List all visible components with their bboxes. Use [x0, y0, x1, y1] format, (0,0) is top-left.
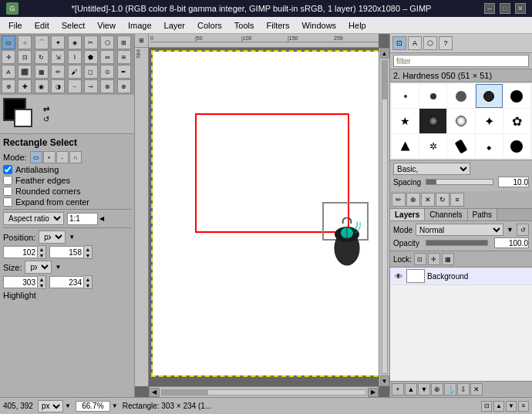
tool-rotate[interactable]: ↻ — [35, 50, 49, 64]
new-layer-button[interactable]: + — [392, 383, 404, 395]
swap-colors-icon[interactable]: ⇄ — [43, 105, 49, 113]
tool-free-select[interactable]: ⌒ — [35, 35, 49, 49]
tool-bucket-fill[interactable]: ⬛ — [18, 65, 32, 79]
unit-select[interactable]: px — [38, 400, 63, 412]
aspect-ratio-input[interactable] — [67, 213, 98, 225]
tab-paths[interactable]: Paths — [468, 209, 498, 220]
tool-flip[interactable]: ⇔ — [100, 50, 114, 64]
panel-tool-edit[interactable]: ✏ — [392, 193, 406, 207]
position-x-input[interactable] — [3, 246, 38, 258]
mode-subtract[interactable]: - — [56, 151, 69, 163]
tool-text[interactable]: A — [2, 65, 15, 79]
tool-clone[interactable]: ⊕ — [2, 79, 15, 93]
brush-cell-12[interactable]: ✲ — [419, 134, 446, 158]
lock-pixels-icon[interactable]: ⊡ — [414, 253, 426, 265]
tool-warp[interactable]: ≋ — [117, 50, 131, 64]
menu-tools[interactable]: Tools — [229, 19, 260, 32]
position-y-up[interactable]: ▲ — [84, 246, 92, 252]
brush-cell-14[interactable]: ⬥ — [476, 134, 503, 158]
position-x-up[interactable]: ▲ — [38, 246, 45, 252]
hscroll-track[interactable] — [161, 389, 366, 395]
size-unit[interactable]: px — [25, 261, 52, 274]
menu-help[interactable]: Help — [343, 19, 372, 32]
brush-cell-8[interactable] — [447, 109, 474, 133]
tool-heal[interactable]: ✚ — [18, 79, 32, 93]
vscroll-track[interactable] — [382, 60, 388, 374]
status-icon-3[interactable]: ▼ — [506, 401, 517, 412]
tool-zoom[interactable]: ⊕ — [117, 79, 131, 93]
vscroll-up[interactable]: ▲ — [380, 48, 389, 59]
tool-colorpicker[interactable]: ⊗ — [100, 79, 114, 93]
brush-cell-2[interactable] — [419, 84, 446, 108]
tool-blur[interactable]: ◉ — [35, 79, 49, 93]
spacing-input[interactable] — [498, 177, 529, 187]
tool-dodge[interactable]: ◑ — [51, 79, 65, 93]
tool-foreground-select[interactable]: ⬡ — [100, 35, 114, 49]
lower-layer-button[interactable]: ▼ — [418, 383, 430, 395]
tool-scale[interactable]: ⇲ — [51, 50, 65, 64]
opacity-input[interactable] — [494, 237, 529, 248]
size-h-input[interactable] — [49, 276, 84, 288]
brush-cell-15[interactable] — [503, 134, 530, 158]
mode-add[interactable]: + — [43, 151, 56, 163]
duplicate-layer-button[interactable]: ⊕ — [431, 383, 443, 395]
tool-airbrush[interactable]: ⊙ — [100, 65, 114, 79]
minimize-button[interactable]: – — [484, 3, 495, 14]
menu-colors[interactable]: Colors — [192, 19, 227, 32]
fixed-select[interactable]: Fixed Aspect ratio Size — [3, 212, 64, 225]
canvas-area[interactable]: 0 |50 |100 |150 259 Info ⊞ — [135, 34, 389, 397]
anchor-layer-button[interactable]: ⚓ — [444, 383, 456, 395]
raise-layer-button[interactable]: ▲ — [405, 383, 417, 395]
size-w-up[interactable]: ▲ — [38, 276, 45, 282]
mode-intersect[interactable]: ∩ — [69, 151, 82, 163]
position-unit-arrow[interactable]: ▼ — [69, 234, 75, 241]
size-unit-arrow[interactable]: ▼ — [55, 264, 61, 271]
layer-visibility-eye[interactable]: 👁 — [393, 271, 404, 281]
tool-shear[interactable]: ⌇ — [68, 50, 82, 64]
layer-item[interactable]: 👁 Background — [390, 268, 532, 285]
menu-select[interactable]: Select — [56, 19, 91, 32]
tool-gradient[interactable]: ▦ — [35, 65, 49, 79]
brush-cell-7[interactable] — [419, 109, 446, 133]
hscroll-left[interactable]: ◀ — [149, 388, 160, 397]
reset-mode-icon[interactable]: ↺ — [517, 224, 529, 236]
menu-edit[interactable]: Edit — [29, 19, 55, 32]
tool-crop[interactable]: ⊡ — [18, 50, 32, 64]
opacity-slider[interactable] — [426, 240, 488, 246]
tool-measure[interactable]: ⊸ — [84, 79, 98, 93]
brush-cell-5[interactable] — [503, 84, 530, 108]
vscrollbar[interactable]: ▲ ▼ — [379, 48, 389, 386]
layer-mode-select[interactable]: Normal — [416, 224, 503, 236]
position-y-down[interactable]: ▼ — [84, 252, 92, 258]
status-icon-1[interactable]: ⊡ — [481, 401, 492, 412]
panel-icon-patterns[interactable]: ⬡ — [423, 36, 437, 50]
panel-icon-images[interactable]: ⊡ — [392, 36, 406, 50]
lock-alpha-icon[interactable]: ▦ — [442, 253, 454, 265]
brush-cell-11[interactable] — [392, 134, 419, 158]
tool-move[interactable]: ✛ — [2, 50, 15, 64]
brush-cell-13[interactable] — [447, 134, 474, 158]
tool-pencil[interactable]: ✏ — [51, 65, 65, 79]
menu-view[interactable]: View — [92, 19, 121, 32]
panel-tool-duplicate[interactable]: ⊕ — [406, 193, 420, 207]
lock-position-icon[interactable]: ✛ — [428, 253, 440, 265]
tool-ink[interactable]: ✒ — [117, 65, 131, 79]
panel-icon-brushes[interactable]: A — [408, 36, 422, 50]
tool-rect-select[interactable]: ▭ — [2, 35, 15, 49]
maximize-button[interactable]: □ — [500, 3, 510, 14]
brush-cell-4[interactable] — [476, 84, 503, 108]
hscroll-right[interactable]: ▶ — [368, 388, 379, 397]
expand-from-center-checkbox[interactable] — [3, 197, 12, 207]
tab-layers[interactable]: Layers — [390, 209, 425, 220]
tool-perspective[interactable]: ⬟ — [84, 50, 98, 64]
canvas-viewport[interactable] — [149, 48, 379, 386]
close-button[interactable]: ✕ — [515, 3, 526, 14]
antialiasing-checkbox[interactable] — [3, 165, 12, 174]
status-icon-4[interactable]: ≡ — [518, 401, 529, 412]
ratio-arrow[interactable]: ◀ — [99, 215, 104, 222]
mode-replace[interactable]: ▭ — [30, 151, 42, 163]
size-h-up[interactable]: ▲ — [84, 276, 92, 282]
feather-edges-checkbox[interactable] — [3, 176, 12, 185]
delete-layer-button[interactable]: ✕ — [470, 383, 483, 395]
size-w-down[interactable]: ▼ — [38, 282, 45, 288]
